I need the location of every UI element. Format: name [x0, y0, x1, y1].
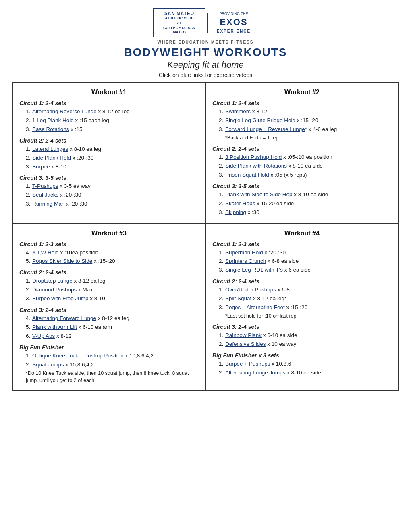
ex-link-pogos-alt-feet[interactable]: Pogos – Alternating Feet: [225, 304, 285, 310]
ex-link-lateral-lunges[interactable]: Lateral Lunges: [32, 146, 68, 152]
list-item: 6.V-Up Abs x 8-12: [26, 332, 199, 340]
ex-link-squat-jumps[interactable]: Squat Jumps: [32, 362, 64, 368]
list-item: 1.Rainbow Plank x 6-10 ea side: [219, 332, 392, 339]
exos-sub: EXPERIENCE: [213, 29, 255, 34]
workout-3-cell: Workout #3 Circuit 1: 2-3 sets 4.Y,T,W H…: [12, 224, 206, 391]
ex-link-skater-hops[interactable]: Skater Hops: [225, 200, 255, 206]
workout-3-circuit2-list: 1.Droptstep Lunge x 8-12 ea leg 2.Diamon…: [19, 277, 199, 303]
ex-link-fwd-rev-lunge[interactable]: Forward Lunge + Reverse Lunge: [225, 126, 305, 132]
ex-link-side-plank-rot[interactable]: Side Plank with Rotations: [225, 163, 287, 169]
list-item: 3.Prison Squat Hold x :05 (x 5 reps): [219, 171, 392, 179]
list-item: 1.Superman Hold x :20-:30: [219, 249, 392, 257]
workout-1-title: Workout #1: [19, 89, 199, 96]
list-item: 5.Pogos Skier Side to Side x :15-:20: [26, 258, 199, 265]
workout-2-title: Workout #2: [212, 89, 392, 96]
ex-link-diamond-pushups[interactable]: Diamond Pushups: [32, 287, 77, 293]
workout-2-circuit1-list: 1.Swimmers x 8-12 2.Single Leg Glute Bri…: [212, 108, 392, 133]
workout-3-title: Workout #3: [19, 230, 199, 237]
workout-3-circuit2-header: Circuit 2: 2-4 sets: [19, 269, 199, 276]
ex-link-base-rotations[interactable]: Base Rotations: [32, 126, 69, 132]
ex-link-defensive-slides[interactable]: Defensive Slides: [225, 341, 266, 347]
list-item: 2.Split Squat x 8-12 ea leg*: [219, 295, 392, 303]
workout-2-circuit2-list: 1.3 Position Pushup Hold x :05-:10 ea po…: [212, 154, 392, 179]
workout-2-cell: Workout #2 Circuit 1: 2-4 sets 1.Swimmer…: [206, 83, 399, 224]
ex-link-ytw-hold[interactable]: Y,T,W Hold: [32, 249, 59, 256]
ex-link-swimmers[interactable]: Swimmers: [225, 108, 251, 114]
workout-4-circuit2-note: *Last set hold for :10 on last rep: [212, 313, 392, 320]
list-item: 2.Sprinters Crunch x 6-8 ea side: [219, 258, 392, 265]
ex-link-superman-hold[interactable]: Superman Hold: [225, 249, 263, 256]
ex-link-droptstep-lunge[interactable]: Droptstep Lunge: [32, 278, 73, 284]
workout-3-circuit1-list: 4.Y,T,W Hold x :10ea position 5.Pogos Sk…: [19, 249, 199, 266]
workouts-grid: Workout #1 Circuit 1: 2-4 sets 1.Alterna…: [12, 82, 399, 391]
workout-1-circuit3-list: 1.T-Pushups x 3-5 ea way 2.Seal Jacks x …: [19, 183, 199, 208]
ex-link-alt-rev-lunge[interactable]: Alternating Reverse Lunge: [32, 108, 97, 114]
list-item: 1.Lateral Lunges x 8-10 ea leg: [26, 145, 199, 153]
list-item: 3.Single Leg RDL with T's x 6 ea side: [219, 266, 392, 274]
ex-link-burpee[interactable]: Burpee: [32, 164, 50, 170]
list-item: 3.Base Rotations x :15: [26, 126, 199, 133]
workout-4-circuit3-list: 1.Rainbow Plank x 6-10 ea side 2.Defensi…: [212, 332, 392, 348]
tagline: WHERE EDUCATION MEETS FITNESS: [12, 40, 399, 44]
list-item: 1.3 Position Pushup Hold x :05-:10 ea po…: [219, 154, 392, 161]
ex-link-3pos-pushup[interactable]: 3 Position Pushup Hold: [225, 154, 282, 160]
smac-title: SAN MATEO: [157, 10, 201, 16]
list-item: 3.Burpee with Frog Jump x 8-10: [26, 295, 199, 303]
ex-link-alt-lunge-jumps[interactable]: Alternating Lunge Jumps: [225, 370, 285, 376]
header: SAN MATEO ATHLETIC CLUB AT COLLEGE OF SA…: [12, 8, 399, 78]
ex-link-running-man[interactable]: Running Man: [32, 201, 64, 207]
workout-3-finisher-list: 1.Oblique Knee Tuck – Pushup Position x …: [19, 352, 199, 369]
ex-link-rainbow-plank[interactable]: Rainbow Plank: [225, 332, 262, 338]
workout-2-circuit3-header: Circuit 3: 3-5 sets: [212, 183, 392, 189]
exos-title: EXOS: [213, 16, 255, 29]
ex-link-alt-fwd-lunge[interactable]: Alternating Forward Lunge: [32, 315, 96, 321]
ex-link-pogos-skier[interactable]: Pogos Skier Side to Side: [32, 258, 92, 264]
list-item: 1.Oblique Knee Tuck – Pushup Position x …: [26, 352, 199, 360]
workout-4-circuit2-list: 1.Over/Under Pushups x 6-8 2.Split Squat…: [212, 286, 392, 312]
workout-3-circuit1-header: Circuit 1: 2-3 sets: [19, 241, 199, 247]
ex-link-burpee-frog[interactable]: Burpee with Frog Jump: [32, 295, 89, 301]
ex-link-seal-jacks[interactable]: Seal Jacks: [32, 192, 58, 198]
workout-4-finisher-list: 1.Burpee + Pushups x 10,8,6 2.Alternatin…: [212, 360, 392, 377]
logo-divider: [207, 13, 208, 33]
list-item: 1.T-Pushups x 3-5 ea way: [26, 183, 199, 190]
ex-link-t-pushups[interactable]: T-Pushups: [32, 183, 58, 189]
ex-link-plank-side-hop[interactable]: Plank with Side to Side Hop: [225, 191, 293, 197]
workout-1-circuit2-header: Circuit 2: 2-4 sets: [19, 137, 199, 144]
list-item: 4.Alternating Forward Lunge x 8-12 ea le…: [26, 315, 199, 322]
smac-line2: ATHLETIC CLUB: [157, 16, 201, 21]
list-item: 3.Forward Lunge + Reverse Lunge* x 4-6 e…: [219, 126, 392, 133]
list-item: 1.Over/Under Pushups x 6-8: [219, 286, 392, 294]
workout-1-circuit1-header: Circuit 1: 2-4 sets: [19, 100, 199, 106]
list-item: 2.Skater Hops x 15-20 ea side: [219, 200, 392, 208]
workout-4-finisher-header: Big Fun Finisher x 3 sets: [212, 352, 392, 359]
ex-link-over-under-pushups[interactable]: Over/Under Pushups: [225, 287, 276, 293]
list-item: 2.1 Leg Plank Hold x :15 each leg: [26, 117, 199, 125]
ex-link-single-leg-glute[interactable]: Single Leg Glute Bridge Hold: [225, 117, 295, 123]
list-item: 4.Y,T,W Hold x :10ea position: [26, 249, 199, 257]
workout-1-cell: Workout #1 Circuit 1: 2-4 sets 1.Alterna…: [12, 83, 206, 224]
ex-link-skipping[interactable]: Skipping: [225, 209, 246, 215]
ex-link-side-plank-hold[interactable]: Side Plank Hold: [32, 155, 71, 161]
workout-1-circuit1-list: 1.Alternating Reverse Lunge x 8-12 ea le…: [19, 108, 199, 133]
ex-link-oblique-knee-tuck[interactable]: Oblique Knee Tuck – Pushup Position: [32, 353, 124, 359]
workout-3-circuit3-list: 4.Alternating Forward Lunge x 8-12 ea le…: [19, 315, 199, 340]
main-title: BODYWEIGHT WORKOUTS: [12, 46, 399, 59]
ex-link-single-leg-rdl[interactable]: Single Leg RDL with T's: [225, 267, 283, 273]
list-item: 2.Seal Jacks x :20-:30: [26, 191, 199, 199]
list-item: 3.Skipping x :30: [219, 209, 392, 216]
list-item: 2.Single Leg Glute Bridge Hold x :15-:20: [219, 117, 392, 125]
exos-providing: PROVIDING THE: [213, 11, 255, 17]
ex-link-1-leg-plank[interactable]: 1 Leg Plank Hold: [32, 117, 74, 123]
ex-link-burpee-pushups[interactable]: Burpee + Pushups: [225, 361, 270, 367]
ex-link-sprinters-crunch[interactable]: Sprinters Crunch: [225, 258, 266, 264]
ex-link-vup-abs[interactable]: V-Up Abs: [32, 333, 55, 339]
ex-link-prison-squat[interactable]: Prison Squat Hold: [225, 172, 269, 178]
logo-area: SAN MATEO ATHLETIC CLUB AT COLLEGE OF SA…: [12, 8, 399, 37]
workout-4-cell: Workout #4 Circuit 1: 2-3 sets 1.Superma…: [206, 224, 399, 391]
list-item: 2.Squat Jumps x 10,8,6,4,2: [26, 361, 199, 369]
list-item: 1.Swimmers x 8-12: [219, 108, 392, 116]
ex-link-split-squat[interactable]: Split Squat: [225, 295, 251, 301]
list-item: 3.Pogos – Alternating Feet x :15-:20: [219, 304, 392, 312]
ex-link-plank-arm-lift[interactable]: Plank with Arm Lift: [32, 324, 77, 330]
